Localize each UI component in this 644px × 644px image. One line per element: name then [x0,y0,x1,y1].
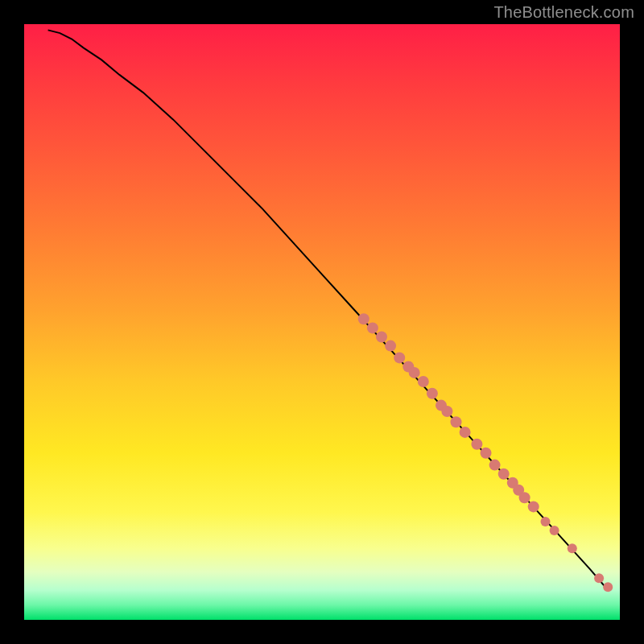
data-point [451,416,462,427]
data-point [460,427,471,438]
data-point [394,352,405,363]
data-point [550,526,559,535]
data-point [603,582,613,592]
chart-svg [0,0,644,644]
data-point [568,543,577,553]
data-point [519,492,530,503]
data-point [385,341,396,352]
data-point [409,367,420,378]
data-point [528,501,539,512]
data-point [418,376,429,387]
data-point [489,460,501,471]
data-point [427,388,438,399]
data-point [471,439,482,450]
data-point [441,406,452,417]
plot-background [24,24,620,620]
chart-frame: TheBottleneck.com [0,0,644,644]
data-point [541,517,551,526]
data-point [367,322,378,333]
data-point [498,469,510,480]
data-point [594,573,604,583]
data-point [481,448,492,459]
data-point [376,332,387,343]
data-point [358,313,369,324]
